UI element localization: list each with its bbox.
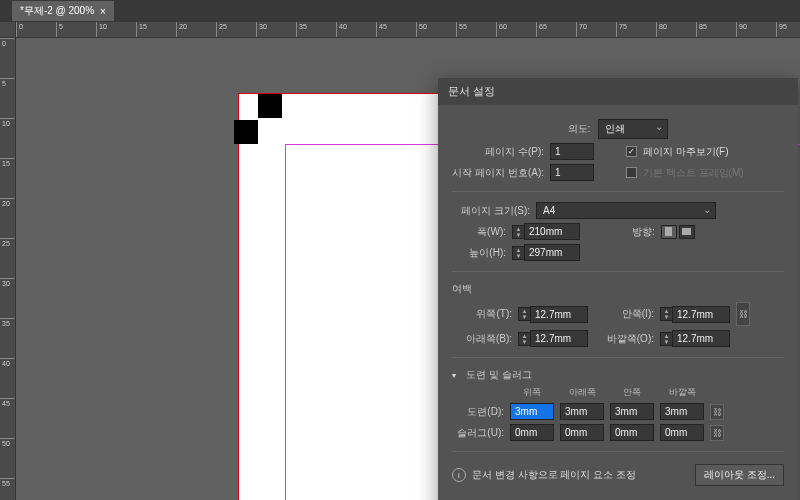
col-bottom: 아래쪽 xyxy=(560,386,604,399)
slug-label: 슬러그(U): xyxy=(452,426,504,440)
margins-section-label: 여백 xyxy=(452,282,784,296)
margin-top-label: 위쪽(T): xyxy=(452,307,512,321)
col-outside: 바깥쪽 xyxy=(660,386,704,399)
page-marker xyxy=(258,94,282,118)
intent-select[interactable]: 인쇄 xyxy=(598,119,668,139)
intent-label: 의도: xyxy=(568,122,591,136)
horizontal-ruler[interactable]: 0510152025303540455055606570758085909510… xyxy=(16,22,800,38)
margin-outside-label: 바깥쪽(O): xyxy=(594,332,654,346)
vertical-ruler[interactable]: 0510152025303540455055 xyxy=(0,38,16,500)
tab-title: *무제-2 @ 200% xyxy=(20,4,94,18)
info-text: 문서 변경 사항으로 페이지 요소 조정 xyxy=(472,468,636,482)
margin-bottom-label: 아래쪽(B): xyxy=(452,332,512,346)
ruler-origin[interactable] xyxy=(0,22,16,38)
height-input[interactable] xyxy=(524,244,580,261)
height-label: 높이(H): xyxy=(452,246,506,260)
width-input[interactable] xyxy=(524,223,580,240)
slug-outside-input[interactable] xyxy=(660,424,704,441)
bleed-link-icon[interactable]: ⛓ xyxy=(710,404,724,420)
primary-text-frame-checkbox xyxy=(626,167,637,178)
margin-top-input[interactable] xyxy=(530,306,588,323)
slug-bottom-input[interactable] xyxy=(560,424,604,441)
page-marker xyxy=(234,120,258,144)
tab-close-icon[interactable]: × xyxy=(100,6,106,17)
orientation-portrait-button[interactable] xyxy=(661,225,677,239)
margin-outside-input[interactable] xyxy=(672,330,730,347)
bleed-label: 도련(D): xyxy=(452,405,504,419)
bleed-inside-input[interactable] xyxy=(610,403,654,420)
col-inside: 안쪽 xyxy=(610,386,654,399)
col-top: 위쪽 xyxy=(510,386,554,399)
pages-label: 페이지 수(P): xyxy=(452,145,544,159)
start-page-label: 시작 페이지 번호(A): xyxy=(452,166,544,180)
width-label: 폭(W): xyxy=(452,225,506,239)
margin-link-icon[interactable]: ⛓ xyxy=(736,302,750,326)
slug-link-icon[interactable]: ⛓ xyxy=(710,425,724,441)
slug-inside-input[interactable] xyxy=(610,424,654,441)
margin-inside-input[interactable] xyxy=(672,306,730,323)
page-size-select[interactable]: A4 xyxy=(536,202,716,219)
bleed-top-input[interactable] xyxy=(510,403,554,420)
slug-top-input[interactable] xyxy=(510,424,554,441)
adjust-layout-button[interactable]: 레이아웃 조정... xyxy=(695,464,784,486)
start-page-input[interactable] xyxy=(550,164,594,181)
margin-inside-label: 안쪽(I): xyxy=(594,307,654,321)
info-icon: i xyxy=(452,468,466,482)
page-size-label: 페이지 크기(S): xyxy=(452,204,530,218)
disclosure-icon[interactable]: ▾ xyxy=(452,371,456,380)
document-setup-dialog: 문서 설정 의도: 인쇄 페이지 수(P): 페이지 마주보기(F) 시작 페이… xyxy=(438,78,798,500)
orientation-label: 방향: xyxy=(632,225,655,239)
dialog-title: 문서 설정 xyxy=(438,78,798,105)
facing-pages-label: 페이지 마주보기(F) xyxy=(643,145,729,159)
document-tab-bar: *무제-2 @ 200% × xyxy=(0,0,800,22)
bleed-outside-input[interactable] xyxy=(660,403,704,420)
facing-pages-checkbox[interactable] xyxy=(626,146,637,157)
document-tab[interactable]: *무제-2 @ 200% × xyxy=(12,1,114,21)
orientation-landscape-button[interactable] xyxy=(679,225,695,239)
pages-input[interactable] xyxy=(550,143,594,160)
primary-text-frame-label: 기본 텍스트 프레임(M) xyxy=(643,166,744,180)
margin-bottom-input[interactable] xyxy=(530,330,588,347)
bleed-section-label: 도련 및 슬러그 xyxy=(466,368,532,382)
bleed-bottom-input[interactable] xyxy=(560,403,604,420)
